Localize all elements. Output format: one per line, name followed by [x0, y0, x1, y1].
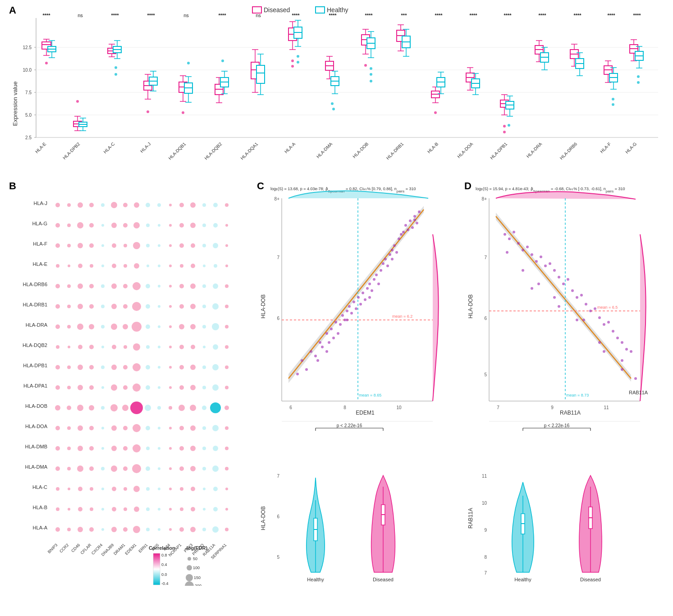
svg-text:Diseased: Diseased — [580, 577, 601, 582]
svg-text:50: 50 — [193, 557, 197, 561]
svg-point-651 — [350, 312, 353, 315]
svg-text:HLA-G: HLA-G — [624, 141, 638, 155]
svg-text:11: 11 — [604, 405, 609, 410]
svg-point-666 — [384, 258, 387, 260]
svg-point-522 — [55, 446, 60, 451]
svg-point-535 — [202, 447, 206, 450]
svg-point-345 — [225, 203, 229, 207]
svg-point-481 — [133, 383, 141, 392]
svg-point-668 — [389, 253, 391, 256]
svg-point-581 — [180, 507, 183, 511]
svg-point-586 — [55, 527, 60, 532]
svg-point-395 — [67, 284, 71, 288]
svg-point-730 — [531, 253, 533, 256]
svg-point-504 — [210, 402, 221, 413]
svg-point-597 — [179, 527, 184, 532]
svg-text:HLA-DQB1: HLA-DQB1 — [167, 141, 187, 160]
svg-point-489 — [225, 386, 229, 389]
svg-point-475 — [67, 386, 71, 389]
svg-text:11: 11 — [482, 474, 487, 479]
svg-point-483 — [158, 386, 160, 389]
svg-point-562 — [146, 487, 150, 491]
svg-point-471 — [202, 365, 206, 369]
svg-point-470 — [190, 365, 196, 370]
panel-b-chart: HLA-J HLA-G HLA-F HLA-E HLA-DRB6 HLA-DRB… — [9, 180, 248, 586]
svg-point-480 — [123, 385, 128, 390]
svg-point-422 — [190, 304, 196, 309]
svg-point-277 — [637, 75, 640, 78]
svg-point-676 — [407, 228, 409, 231]
svg-text:0.0: 0.0 — [161, 572, 167, 577]
svg-point-636 — [310, 350, 312, 353]
svg-text:HLA-F: HLA-F — [33, 241, 47, 246]
svg-point-558 — [101, 488, 104, 490]
svg-point-187 — [434, 111, 437, 114]
svg-point-398 — [101, 284, 105, 288]
svg-point-647 — [341, 314, 344, 317]
svg-point-381 — [90, 264, 93, 268]
svg-point-394 — [55, 284, 60, 288]
svg-text:HLA-DOB: HLA-DOB — [260, 506, 266, 530]
svg-point-465 — [133, 363, 141, 371]
svg-point-417 — [132, 302, 141, 311]
svg-point-667 — [386, 265, 389, 267]
svg-point-468 — [169, 366, 172, 369]
svg-point-460 — [78, 365, 83, 370]
svg-point-547 — [158, 467, 160, 470]
svg-point-683 — [325, 350, 328, 353]
svg-point-594 — [146, 528, 150, 531]
svg-point-574 — [101, 508, 104, 511]
svg-point-517 — [179, 426, 184, 430]
svg-text:mean = 6.5: mean = 6.5 — [597, 305, 618, 310]
svg-point-673 — [400, 233, 403, 236]
svg-point-449 — [133, 343, 140, 351]
svg-point-457 — [225, 345, 229, 349]
svg-point-386 — [147, 265, 149, 267]
svg-text:6: 6 — [277, 514, 279, 519]
svg-point-377 — [225, 244, 228, 247]
svg-text:7: 7 — [497, 405, 499, 410]
svg-text:-log(FDR): -log(FDR) — [185, 545, 207, 551]
svg-point-355 — [158, 224, 160, 227]
svg-point-601 — [225, 528, 229, 531]
svg-point-482 — [146, 385, 150, 390]
svg-text:CD46: CD46 — [70, 543, 81, 553]
svg-point-677 — [409, 219, 412, 222]
svg-point-376 — [213, 243, 218, 248]
svg-point-415 — [111, 304, 117, 309]
svg-point-436 — [169, 325, 172, 328]
svg-point-490 — [55, 405, 60, 411]
svg-point-564 — [169, 488, 172, 490]
svg-point-563 — [158, 488, 160, 490]
svg-point-515 — [158, 427, 160, 429]
svg-point-739 — [571, 289, 574, 292]
svg-text:****: **** — [538, 13, 546, 18]
svg-point-485 — [179, 385, 184, 390]
svg-point-754 — [537, 283, 540, 285]
svg-text:5: 5 — [277, 555, 279, 560]
svg-point-370 — [146, 244, 150, 247]
svg-point-432 — [123, 324, 128, 329]
svg-point-477 — [89, 385, 94, 390]
svg-point-670 — [393, 244, 396, 247]
svg-point-510 — [101, 427, 104, 429]
svg-point-367 — [112, 243, 116, 248]
svg-point-577 — [134, 506, 139, 512]
svg-point-428 — [77, 324, 83, 330]
svg-point-579 — [158, 508, 160, 511]
svg-text:HLA-DRB6: HLA-DRB6 — [559, 141, 578, 160]
svg-point-344 — [213, 203, 218, 207]
svg-point-434 — [146, 324, 150, 329]
svg-text:9: 9 — [484, 528, 487, 533]
svg-point-372 — [169, 244, 172, 247]
svg-point-530 — [146, 447, 150, 450]
svg-point-472 — [212, 364, 219, 370]
svg-rect-1 — [316, 7, 325, 13]
svg-point-331 — [67, 203, 71, 207]
svg-point-474 — [55, 385, 60, 390]
svg-point-407 — [202, 284, 206, 288]
svg-point-665 — [382, 262, 385, 265]
svg-point-686 — [391, 258, 394, 260]
svg-point-724 — [504, 233, 506, 236]
svg-rect-603 — [153, 553, 160, 585]
